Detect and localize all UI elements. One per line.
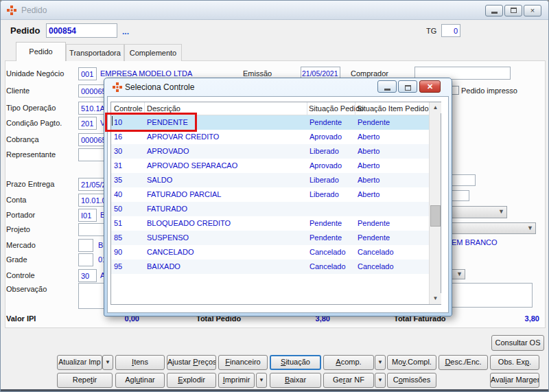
comprador-label: Comprador: [351, 69, 388, 78]
cell-controle: 30: [114, 147, 122, 155]
observacao-label: Observação: [6, 285, 47, 293]
dialog-table-body: 10 PENDENTE Pendente Pendente 16 APROVAR…: [111, 115, 441, 274]
column-header-controle: Controle: [114, 104, 143, 113]
cell-situacao-pedido: Liberado: [309, 176, 339, 184]
cell-situacao-item: Pendente: [358, 233, 390, 242]
table-row[interactable]: 30 APROVADO Liberado Aberto: [111, 144, 429, 159]
condicao-pagto-input[interactable]: [78, 117, 97, 130]
mercado-input[interactable]: [78, 239, 93, 252]
projeto-label: Projeto: [6, 225, 30, 233]
seleciona-controle-dialog: Seleciona Controle ✕ Controle Descrição …: [104, 78, 452, 316]
table-scrollbar[interactable]: ▲ ▼: [429, 102, 441, 304]
representante-label: Representante: [6, 150, 56, 159]
pedido-impresso-label: Pedido impresso: [461, 87, 517, 95]
cell-descricao: BLOQUEADO CREDITO: [147, 219, 231, 227]
cell-situacao-pedido: Pendente: [309, 233, 342, 242]
explodir-button[interactable]: Explodir: [167, 373, 216, 388]
close-icon[interactable]: ×: [524, 5, 541, 16]
comissoes-button[interactable]: Comissões: [387, 373, 436, 388]
cell-controle: 16: [114, 132, 122, 141]
window-titlebar: Pedido ×: [1, 1, 548, 20]
financeiro-button[interactable]: Financeiro: [218, 355, 268, 370]
table-row[interactable]: 16 APROVAR CREDITO Aprovado Aberto: [111, 130, 429, 144]
cell-situacao-pedido: Pendente: [309, 219, 342, 227]
atualizar-imp-button[interactable]: Atualizar Imp: [57, 355, 102, 370]
scroll-up-icon[interactable]: ▲: [430, 102, 441, 113]
table-row[interactable]: 35 SALDO Liberado Aberto: [111, 173, 429, 187]
conta-label: Conta: [6, 196, 26, 204]
table-row[interactable]: 90 CANCELADO Cancelado Cancelado: [111, 245, 429, 260]
window-title: Pedido: [21, 5, 47, 15]
mov-compl-button[interactable]: Mov.Compl.: [387, 355, 436, 370]
ajustar-precos-button[interactable]: Ajustar Preços: [167, 355, 216, 370]
tg-input[interactable]: [441, 24, 460, 37]
grade-input[interactable]: [78, 253, 93, 266]
table-row[interactable]: 31 APROVADO SEPARACAO Aprovado Aberto: [111, 159, 429, 173]
cell-situacao-item: Aberto: [358, 176, 379, 184]
atualizar-imp-dropdown-icon[interactable]: ▼: [102, 355, 113, 370]
tab-pedido[interactable]: Pedido: [16, 42, 66, 61]
pedido-number-input[interactable]: [46, 23, 117, 38]
cobranca-label: Cobrança: [6, 135, 39, 143]
cell-situacao-item: Pendente: [358, 118, 390, 126]
acomp-dropdown-icon[interactable]: ▼: [375, 355, 386, 370]
gerar-nf-dropdown-icon[interactable]: ▼: [375, 373, 386, 388]
avaliar-margem-button[interactable]: Avaliar Margem: [490, 373, 539, 388]
pedido-lookup-link[interactable]: ...: [122, 27, 129, 36]
cell-situacao-item: Cancelado: [358, 248, 394, 256]
baixar-button[interactable]: Baixar: [270, 373, 321, 388]
window-bottom-edge: [1, 389, 548, 391]
tab-transportadora[interactable]: Transportadora: [66, 44, 124, 61]
dialog-minimize-icon[interactable]: [377, 80, 397, 93]
table-row[interactable]: 40 FATURADO PARCIAL Liberado Aberto: [111, 187, 429, 202]
table-row[interactable]: 50 FATURADO: [111, 202, 429, 216]
cell-descricao: APROVADO SEPARACAO: [147, 161, 237, 170]
column-header-situacao-item-pedido: Situação Item Pedido: [357, 104, 429, 113]
unidade-negocio-label: Unidade Negócio: [6, 69, 64, 78]
minimize-icon[interactable]: [485, 5, 503, 16]
aglutinar-button[interactable]: Aglutinar: [115, 373, 165, 388]
gerar-nf-button[interactable]: Gerar NF: [323, 373, 374, 388]
cell-controle: 40: [114, 190, 122, 198]
column-header-descricao: Descrição: [147, 104, 180, 113]
controle-input[interactable]: [78, 269, 97, 282]
tab-complemento[interactable]: Complemento: [124, 44, 182, 61]
table-row[interactable]: 51 BLOQUEADO CREDITO Pendente Pendente: [111, 216, 429, 231]
portador-input[interactable]: [78, 209, 97, 222]
cell-situacao-item: Pendente: [358, 219, 390, 227]
acomp-button[interactable]: Acomp.: [323, 355, 374, 370]
dialog-maximize-icon[interactable]: [398, 80, 417, 93]
dialog-close-icon[interactable]: ✕: [419, 80, 441, 93]
situacao-button[interactable]: Situação: [270, 355, 321, 370]
pedido-label: Pedido: [10, 25, 40, 36]
app-icon: [7, 5, 16, 15]
cell-controle: 50: [114, 205, 122, 213]
consultar-os-button[interactable]: Consultar OS: [491, 335, 544, 351]
cell-situacao-pedido: Pendente: [309, 118, 342, 126]
scroll-down-icon[interactable]: ▼: [430, 293, 441, 304]
imprimir-dropdown-icon[interactable]: ▼: [256, 373, 267, 388]
imprimir-button[interactable]: Imprimir: [218, 373, 255, 388]
unidade-negocio-input[interactable]: [78, 67, 97, 80]
chevron-down-icon: ▼: [456, 270, 463, 277]
cell-descricao: FATURADO: [147, 205, 187, 213]
cliente-label: Cliente: [6, 87, 30, 95]
itens-button[interactable]: Itens: [115, 355, 165, 370]
table-row[interactable]: 85 SUSPENSO Pendente Pendente: [111, 231, 429, 245]
cell-descricao: CANCELADO: [147, 248, 194, 256]
dialog-app-icon: [113, 82, 122, 92]
table-row[interactable]: 95 BAIXADO Cancelado Cancelado: [111, 260, 429, 274]
scroll-thumb[interactable]: [430, 205, 441, 227]
total-faturado-value: 3,80: [484, 314, 539, 323]
desc-enc-button[interactable]: Desc./Enc.: [439, 355, 488, 370]
controle-table: Controle Descrição Situação Pedido Situa…: [110, 102, 441, 305]
cell-situacao-pedido: Cancelado: [309, 248, 346, 256]
cell-descricao: SUSPENSO: [147, 233, 189, 242]
cell-descricao: APROVADO: [147, 147, 189, 155]
cell-situacao-item: Aberto: [358, 161, 379, 170]
obs-exp-button[interactable]: Obs. Exp.: [490, 355, 539, 370]
cell-descricao: BAIXADO: [147, 262, 180, 270]
repetir-button[interactable]: Repetir: [57, 373, 113, 388]
tg-label: TG: [426, 27, 436, 35]
maximize-icon[interactable]: [504, 5, 522, 16]
